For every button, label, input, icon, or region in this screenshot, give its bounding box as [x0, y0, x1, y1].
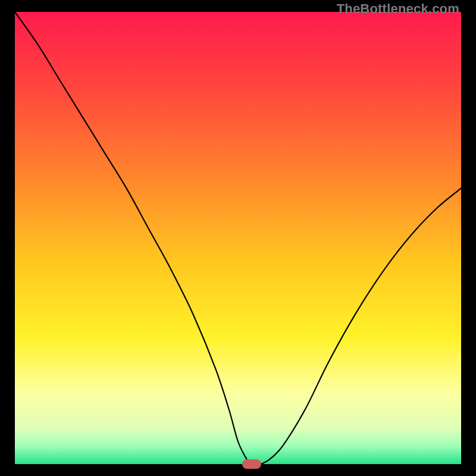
gradient-background — [15, 12, 461, 464]
watermark-text: TheBottleneck.com — [337, 1, 459, 17]
chart-canvas — [15, 12, 461, 464]
optimum-marker — [242, 459, 261, 469]
chart-frame — [15, 12, 461, 464]
